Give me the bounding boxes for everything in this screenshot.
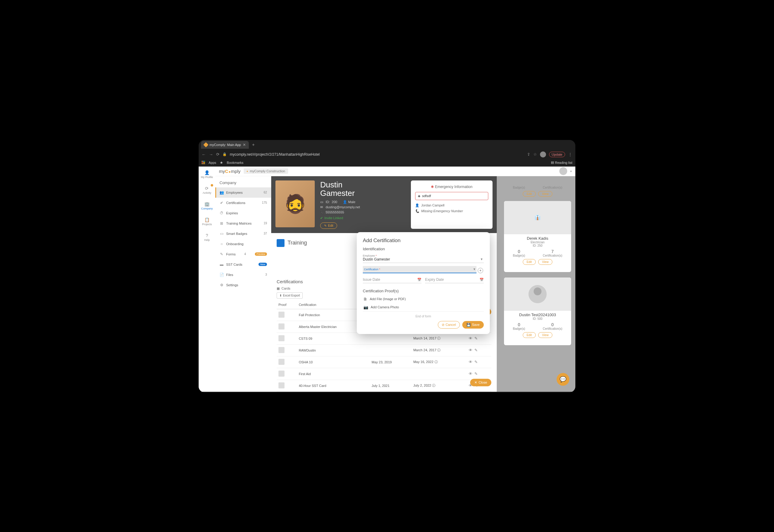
expiry-date-input[interactable]: Expiry Date 📅 [425, 276, 484, 283]
table-row: OSHA 10 May 23, 2019 May 16, 2022 ⓘ 👁✎ [277, 356, 491, 368]
sidebar-item-sst-cards[interactable]: ▬SST CardsNew [215, 259, 271, 270]
edit-icon[interactable]: ✎ [474, 360, 478, 364]
clipboard-icon: 📋 [204, 217, 210, 222]
rail-help[interactable]: ?Help [203, 232, 211, 243]
sidebar-item-settings[interactable]: ⚙Settings [215, 280, 271, 290]
chat-button[interactable]: 💬 [557, 373, 569, 386]
issue-date-input[interactable]: Issue Date 📅 [363, 276, 421, 283]
grid-icon: ▦ [277, 287, 280, 290]
alert-icon: ⓘ [437, 348, 441, 352]
close-icon[interactable]: ✕ [243, 143, 246, 147]
reload-button[interactable]: ⟳ [216, 152, 220, 157]
overflow-menu-icon[interactable]: ⋮ [568, 152, 572, 157]
proof-thumbnail[interactable] [278, 312, 285, 318]
nav-icon: 📄 [220, 273, 224, 277]
save-button[interactable]: 💾Save [462, 321, 484, 329]
dropdown-caret-icon[interactable]: ▾ [570, 170, 572, 173]
view-icon[interactable]: 👁 [469, 360, 473, 364]
sidebar-item-employees[interactable]: 👥Employees62 [215, 187, 271, 198]
emergency-title: Emergency Information [415, 185, 488, 189]
browser-tab[interactable]: myComply: Main App ✕ [201, 141, 249, 149]
edit-button[interactable]: Edit [523, 259, 536, 265]
modal-section-proofs: Certification Proof(s) [363, 289, 484, 293]
proof-thumbnail[interactable] [278, 347, 285, 353]
user-avatar-icon[interactable] [559, 167, 567, 175]
rail-activity[interactable]: ⟳Activity [201, 185, 213, 196]
email-icon: ✉ [320, 205, 324, 209]
sidebar-item-forms[interactable]: ✎Forms4Preview [215, 249, 271, 259]
view-button[interactable]: View [538, 191, 553, 197]
cancel-icon: ⊘ [442, 323, 444, 327]
edit-profile-button[interactable]: ✎Edit [320, 222, 337, 229]
rail-company[interactable]: 🏢Company [200, 200, 214, 211]
table-row: First Aid 👁✎ [277, 368, 491, 380]
sidebar-item-training-matrices[interactable]: ⊞Training Matrices19 [215, 218, 271, 229]
edit-icon[interactable]: ✎ [474, 348, 478, 352]
sidebar-item-onboarding[interactable]: ○Onboarding [215, 239, 271, 249]
share-icon[interactable]: ⇪ [527, 152, 530, 157]
url-text[interactable]: mycomply.net/#/projectV2/271/ManhattanHi… [230, 152, 524, 157]
employee-select[interactable]: Employee * Dustin Gamester ▼ [363, 253, 484, 263]
nav-icon: ⏱ [220, 211, 224, 215]
forward-button[interactable]: → [209, 152, 213, 157]
add-new-cert-type-button[interactable]: + [478, 268, 483, 273]
close-drawer-button[interactable]: ✕Close [470, 379, 491, 386]
phone-icon: 📞 [320, 210, 324, 214]
view-button[interactable]: View [538, 259, 553, 265]
edit-button[interactable]: Edit [523, 191, 536, 197]
nav-icon: ⊞ [220, 221, 224, 225]
modal-section-identification: Identification [363, 247, 484, 251]
emergency-allergy-input[interactable]: ◈sdfsdf [415, 192, 488, 200]
update-button[interactable]: Update [549, 152, 565, 157]
add-camera-photo-button[interactable]: 📷Add Camera Photo [363, 303, 484, 311]
proof-thumbnail[interactable] [278, 323, 285, 329]
new-tab-button[interactable]: ＋ [251, 142, 255, 148]
proof-thumbnail[interactable] [278, 335, 285, 341]
proof-thumbnail[interactable] [278, 382, 285, 388]
excel-export-button[interactable]: ⬇Excel Export [277, 292, 303, 299]
logo[interactable]: myC⬥mply [219, 169, 241, 174]
sidebar-item-smart-badges[interactable]: ▭Smart Badges37 [215, 229, 271, 239]
left-rail: 👤My Profile ⟳Activity 🏢Company 📋Projects… [199, 167, 215, 392]
close-icon: ✕ [474, 381, 477, 384]
bookmark-star-icon[interactable]: ☆ [533, 152, 537, 157]
reading-list-button[interactable]: ▤ Reading list [551, 161, 572, 164]
rail-my-profile[interactable]: 👤My Profile [200, 169, 214, 180]
sidebar-item-expiries[interactable]: ⏱Expiries [215, 208, 271, 218]
view-icon[interactable]: 👁 [469, 371, 473, 376]
employee-card[interactable]: Dustin Test20241003 ID: 500 0Badge(s)0Ce… [504, 277, 571, 345]
table-row: RAWDustin March 24, 2017 ⓘ 👁✎ [277, 344, 491, 356]
view-icon[interactable]: 👁 [469, 348, 473, 352]
rail-projects[interactable]: 📋Projects [201, 216, 213, 227]
edit-icon[interactable]: ✎ [474, 336, 478, 341]
edit-button[interactable]: Edit [523, 332, 536, 338]
proof-thumbnail[interactable] [278, 359, 285, 365]
drawer-header: 🧔 DustinGamester ▭ID: 200 👤Male ✉dusting… [271, 176, 497, 233]
proof-thumbnail[interactable] [278, 371, 285, 377]
view-button[interactable]: View [538, 332, 553, 338]
employee-cards-column: Badge(s)Certification(s) Edit View 👔 Der… [500, 186, 575, 392]
sidebar-item-certifications[interactable]: ✔Certifications175 [215, 198, 271, 208]
table-row: 40-Hour SST Card July 1, 2021 July 2, 20… [277, 380, 491, 391]
view-icon[interactable]: 👁 [469, 336, 473, 341]
bookmarks-label[interactable]: Bookmarks [227, 161, 243, 164]
url-bar: ← → ⟳ 🔒 mycomply.net/#/projectV2/271/Man… [199, 150, 575, 159]
add-file-button[interactable]: 🗎Add File (Image or PDF) [363, 295, 484, 303]
modal-title: Add Certification [363, 238, 484, 244]
browser-chrome: myComply: Main App ✕ ＋ ← → ⟳ 🔒 mycomply.… [199, 140, 575, 167]
phone-icon: 📞 [415, 209, 419, 213]
person-icon: 👤 [204, 170, 210, 175]
edit-icon[interactable]: ✎ [474, 371, 478, 376]
nav-icon: ⚙ [220, 283, 224, 287]
apps-label[interactable]: Apps [209, 161, 216, 164]
employee-card[interactable]: 👔 Derek Kadis Electrician ID: 250 0Badge… [504, 201, 571, 272]
profile-avatar-icon[interactable] [540, 151, 546, 157]
add-certification-modal: Add Certification Identification Employe… [357, 232, 490, 334]
certification-select[interactable]: Certification * ▼ + [363, 266, 476, 273]
cancel-button[interactable]: ⊘Cancel [438, 321, 460, 329]
sidebar-item-files[interactable]: 📄Files3 [215, 270, 271, 280]
back-button[interactable]: ← [202, 152, 206, 157]
nav-icon: ▬ [220, 262, 224, 267]
apps-icon[interactable] [202, 161, 205, 164]
breadcrumb[interactable]: myComply Construction [244, 168, 288, 174]
